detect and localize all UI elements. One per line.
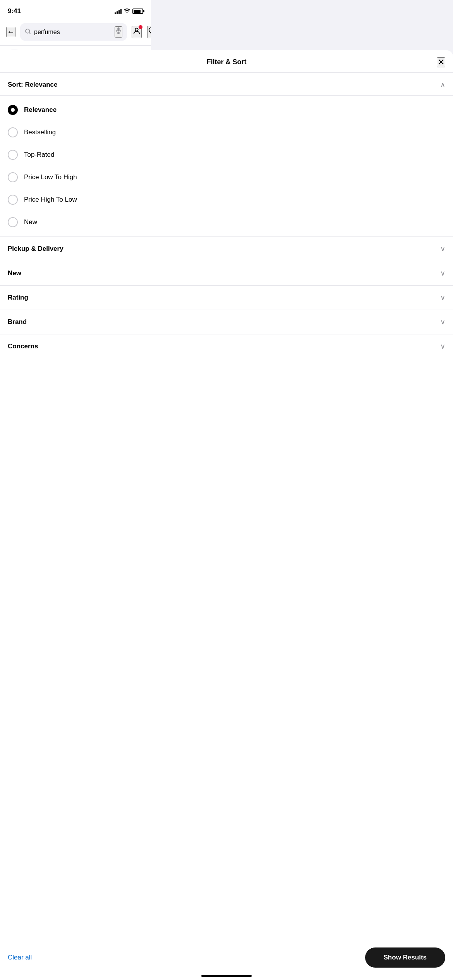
panel-header: Filter & Sort ✕ <box>0 50 151 73</box>
sort-option-price-high-low[interactable]: Price High To Low <box>0 188 151 211</box>
collapsible-rating[interactable]: Rating ∨ <box>0 285 151 310</box>
search-bar-container: ← <box>0 20 151 46</box>
sort-option-bestselling[interactable]: Bestselling <box>0 121 151 144</box>
signal-icon <box>115 9 122 14</box>
sort-option-price-high-low-label: Price High To Low <box>24 196 77 204</box>
sort-section-header[interactable]: Sort: Relevance ∧ <box>0 73 151 96</box>
search-icon <box>25 28 31 36</box>
svg-rect-2 <box>117 27 119 32</box>
sort-option-top-rated[interactable]: Top-Rated <box>0 144 151 166</box>
filter-sort-panel: Filter & Sort ✕ Sort: Relevance ∧ Releva… <box>0 50 151 327</box>
back-button[interactable]: ← <box>6 27 15 37</box>
sort-option-bestselling-label: Bestselling <box>24 128 56 136</box>
collapsible-pickup-delivery[interactable]: Pickup & Delivery ∨ <box>0 236 151 261</box>
header-icons: 2 <box>132 26 151 38</box>
status-icons <box>115 8 143 14</box>
rating-title: Rating <box>8 294 28 302</box>
svg-point-5 <box>135 28 138 31</box>
panel-body: Sort: Relevance ∧ Relevance Bestselling … <box>0 73 151 327</box>
wifi-icon <box>124 8 130 14</box>
sort-option-new-label: New <box>24 218 37 226</box>
radio-bestselling <box>8 127 18 137</box>
wishlist-button[interactable] <box>147 26 151 38</box>
search-input-wrapper <box>20 23 127 41</box>
profile-button[interactable] <box>132 26 142 38</box>
status-time: 9:41 <box>8 7 21 15</box>
new-title: New <box>8 269 21 277</box>
radio-new <box>8 217 18 227</box>
collapsible-new[interactable]: New ∨ <box>0 261 151 285</box>
sort-option-relevance-label: Relevance <box>24 106 57 114</box>
sort-option-new[interactable]: New <box>0 211 151 233</box>
sort-option-price-low-high-label: Price Low To High <box>24 173 77 181</box>
sort-option-relevance[interactable]: Relevance <box>0 99 151 121</box>
sort-options: Relevance Bestselling Top-Rated Price Lo… <box>0 96 151 236</box>
svg-line-1 <box>29 33 30 34</box>
pickup-delivery-title: Pickup & Delivery <box>8 245 63 253</box>
radio-price-low-high <box>8 172 18 182</box>
radio-relevance <box>8 105 18 115</box>
brand-title: Brand <box>8 318 27 326</box>
sort-section-title: Sort: Relevance <box>8 81 58 89</box>
battery-icon <box>132 9 143 14</box>
sort-option-price-low-high[interactable]: Price Low To High <box>0 166 151 188</box>
collapsible-brand[interactable]: Brand ∨ <box>0 310 151 327</box>
mic-button[interactable] <box>115 26 122 38</box>
sort-option-top-rated-label: Top-Rated <box>24 151 54 159</box>
radio-price-high-low <box>8 195 18 205</box>
status-bar: 9:41 <box>0 0 151 20</box>
radio-top-rated <box>8 150 18 160</box>
search-input[interactable] <box>34 29 112 36</box>
